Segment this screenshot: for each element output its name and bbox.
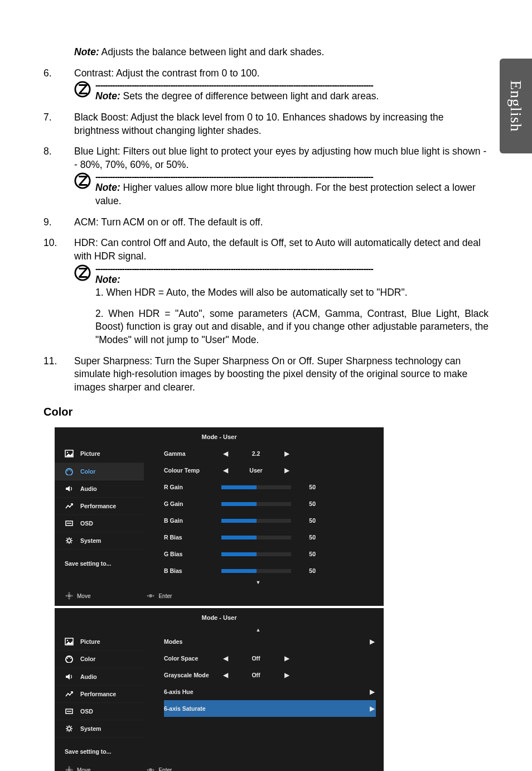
svg-rect-40 [396,698,399,699]
color-icon [65,468,74,475]
intro-note: Note: Adjusts the balance between light … [74,46,489,59]
param-value: User [234,466,278,474]
osd-title: Mode - User [55,427,384,446]
list-text: Super Sharpness: Turn the Super Sharpnes… [74,355,489,394]
param-label: Grayscale Mode [164,671,217,679]
chevron-left-icon[interactable]: ◀ [221,671,229,680]
list-num: 9. [43,216,74,229]
list-num: 8. [43,145,74,208]
info-icon[interactable]: i [388,665,400,674]
nav-system[interactable]: System [55,720,144,738]
osd-icon [65,707,74,715]
param-row[interactable]: 6-axis Hue▶ [164,683,376,700]
param-slider[interactable] [221,519,291,523]
param-value: 50 [296,533,316,541]
nav-color[interactable]: Color [55,463,144,480]
param-row[interactable]: B Gain50 [164,512,376,529]
param-label: G Bias [164,550,217,558]
chevron-left-icon[interactable]: ◀ [221,449,229,458]
nav-save[interactable]: Save setting to... [55,738,144,760]
osd-panel-2: Mode - User ▲ Picture Color Audio Perfor… [55,608,384,771]
list-item-10: 10. HDR: Can control Off and Auto, the d… [43,237,489,263]
chevron-right-icon[interactable]: ▶ [283,466,291,475]
scroll-down-indicator: ▼ [133,579,384,586]
param-label: G Gain [164,500,217,508]
param-row[interactable]: Modes▶ [164,633,376,650]
param-slider[interactable] [221,569,291,573]
note-icon [74,264,91,281]
color-icon [65,655,74,663]
param-row[interactable]: R Bias50 [164,529,376,546]
chevron-right-icon[interactable]: ▶ [368,687,376,696]
chevron-right-icon[interactable]: ▶ [283,671,291,680]
param-row[interactable]: Gamma◀2.2▶ [164,445,376,462]
nav-color[interactable]: Color [55,650,144,668]
nav-picture[interactable]: Picture [55,445,144,462]
close-icon[interactable] [388,694,400,703]
nav-audio[interactable]: Audio [55,668,144,686]
chevron-left-icon[interactable]: ◀ [221,466,229,475]
list-num: 11. [43,355,74,394]
svg-point-5 [67,470,68,471]
note-icon [74,172,91,189]
osd-screenshots: Mode - User Picture Color Audio Performa… [55,427,489,772]
nav-osd[interactable]: OSD [55,703,144,720]
note-icon [74,81,91,98]
close-icon[interactable] [388,522,400,531]
grid-icon[interactable] [388,508,400,517]
chevron-left-icon[interactable]: ◀ [221,654,229,663]
param-label: 6-axis Hue [164,688,270,696]
param-row[interactable]: Grayscale Mode◀Off▶ [164,667,376,683]
dash-line: ‑‑‑‑‑‑‑‑‑‑‑‑‑‑‑‑‑‑‑‑‑‑‑‑‑‑‑‑‑‑‑‑‑‑‑‑‑‑‑‑… [95,81,489,90]
param-slider[interactable] [221,502,291,506]
param-slider[interactable] [221,552,291,556]
param-label: R Bias [164,533,217,541]
svg-rect-18 [390,512,391,514]
param-row[interactable]: Color Space◀Off▶ [164,650,376,667]
param-row[interactable]: G Bias50 [164,546,376,562]
svg-rect-37 [390,684,391,686]
param-row[interactable]: G Gain50 [164,495,376,512]
info-icon[interactable]: i [388,493,400,502]
language-tab-label: English [507,80,525,132]
param-label: Color Space [164,654,217,662]
list-item-9: 9. ACM: Turn ACM on or off. The default … [43,216,489,229]
param-slider[interactable] [221,536,291,539]
performance-icon [65,690,74,698]
param-value: 50 [296,500,316,508]
param-row[interactable]: Colour Temp◀User▶ [164,462,376,479]
nav-picture[interactable]: Picture [55,633,144,650]
param-row[interactable]: B Bias50 [164,562,376,579]
svg-point-30 [67,768,71,771]
param-slider[interactable] [221,485,291,489]
note-text: Higher values allow more blue light thro… [95,182,476,206]
svg-rect-17 [393,509,394,511]
osd-footer: Move Enter [55,760,384,771]
param-label: Modes [164,638,270,645]
chevron-right-icon[interactable]: ▶ [368,704,376,713]
footer-move: Move [77,767,90,771]
nav-save[interactable]: Save setting to... [55,550,144,572]
picture-icon [65,638,74,645]
list-item-11: 11. Super Sharpness: Turn the Super Shar… [43,355,489,394]
chevron-right-icon[interactable]: ▶ [283,654,291,663]
list-text: ACM: Turn ACM on or off. The default is … [74,216,489,229]
list-item-7: 7. Black Boost: Adjust the black level f… [43,111,489,137]
chevron-right-icon[interactable]: ▶ [368,637,376,646]
svg-rect-38 [393,684,394,686]
svg-text:i: i [392,667,393,672]
note-label: Note: [95,90,120,102]
param-row[interactable]: R Gain50 [164,479,376,495]
param-row[interactable]: 6-axis Saturate▶ [164,700,376,717]
nav-performance[interactable]: Performance [55,686,144,703]
joystick-move-icon [65,765,74,771]
param-label: Gamma [164,450,217,457]
grid-icon[interactable] [388,680,400,688]
joystick-move-icon [65,591,74,600]
nav-audio[interactable]: Audio [55,480,144,498]
chevron-right-icon[interactable]: ▶ [283,449,291,458]
param-label: R Gain [164,483,217,491]
nav-system[interactable]: System [55,532,144,550]
nav-osd[interactable]: OSD [55,515,144,532]
nav-performance[interactable]: Performance [55,498,144,515]
